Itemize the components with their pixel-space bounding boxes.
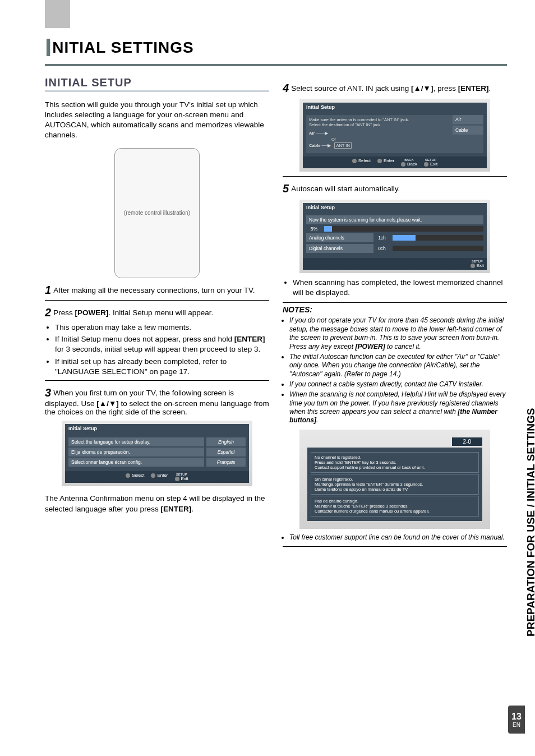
notes-title: NOTES: <box>283 305 507 314</box>
osd-language-select: Initial Setup Select the language for se… <box>62 421 252 486</box>
step-1: 1After making all the necessary connecti… <box>45 284 269 297</box>
header-stub <box>45 0 70 28</box>
step-4: 4Select source of ANT. IN jack using [▲/… <box>283 82 507 95</box>
step-divider <box>45 380 269 381</box>
notes-rule-end <box>283 546 507 547</box>
step-2: 2Press [POWER]. Initial Setup menu will … <box>45 306 269 319</box>
osd-title: Initial Setup <box>303 103 487 112</box>
osd-title: Initial Setup <box>65 424 249 433</box>
step-5-bullet: When scanning has completed, the lowest … <box>293 278 507 298</box>
notes-list: If you do not operate your TV for more t… <box>289 316 507 425</box>
step-2-bullets: This operation may take a few moments. I… <box>55 322 269 377</box>
page-number-tab: 13 EN <box>508 706 525 734</box>
chapter-rule <box>45 64 507 66</box>
osd-helpful-hint: 2-0 No channel is registered. Press and … <box>299 430 490 529</box>
osd-autoscan: Initial Setup Now the system is scanning… <box>299 200 490 273</box>
intro-text: This section will guide you through your… <box>45 100 269 141</box>
step-5: 5Autoscan will start automatically. <box>283 182 507 195</box>
section-title: INITIAL SETUP <box>45 76 269 89</box>
step-divider <box>45 300 269 301</box>
channel-badge: 2-0 <box>452 437 482 446</box>
toll-free-note: Toll free customer support line can be f… <box>289 533 507 542</box>
side-tab-label: PREPARATION FOR USE / INITIAL SETTINGS <box>525 408 535 636</box>
step-3: 3When you first turn on your TV, the fol… <box>45 386 269 416</box>
remote-illustration: (remote control illustration) <box>114 148 200 278</box>
step-3-after: The Antenna Confirmation menu on step 4 … <box>45 494 269 514</box>
osd-antenna-confirm: Initial Setup Air Cable Make sure the an… <box>299 99 490 172</box>
notes-rule <box>283 302 507 303</box>
step-divider <box>283 176 507 177</box>
chapter-title: INITIAL SETTINGS <box>45 34 507 62</box>
osd-title: Initial Setup <box>303 203 487 212</box>
chapter-initial: I <box>45 34 52 61</box>
